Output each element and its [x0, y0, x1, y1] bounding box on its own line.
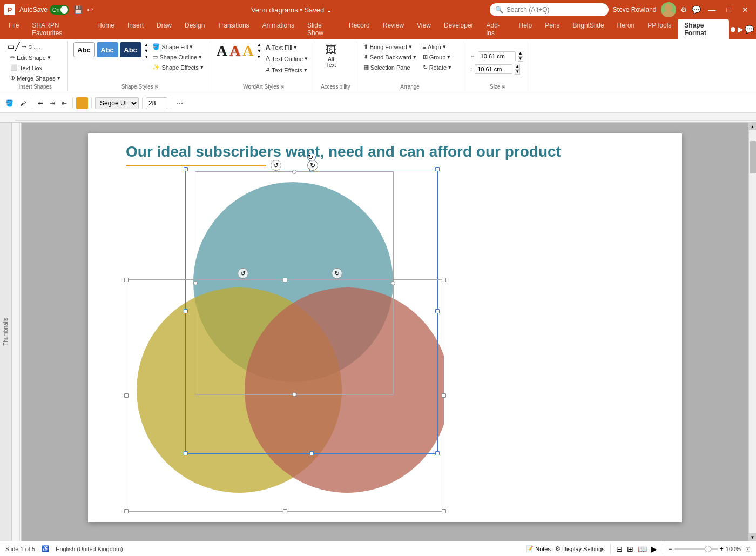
- tab-draw[interactable]: Draw: [150, 19, 178, 39]
- shape-style-2[interactable]: Abc: [97, 42, 118, 57]
- selection-pane-button[interactable]: ▦ Selection Pane: [361, 63, 419, 72]
- paint-bucket-btn[interactable]: 🪣: [3, 98, 16, 108]
- tab-view[interactable]: View: [410, 19, 437, 39]
- shape-styles-down[interactable]: ▼: [144, 48, 149, 53]
- shape-fill-button[interactable]: 🪣 Shape Fill ▾: [150, 42, 206, 51]
- outdent-btn[interactable]: ⇤: [59, 98, 69, 108]
- height-input[interactable]: [475, 64, 512, 74]
- height-up[interactable]: ▲: [515, 64, 520, 69]
- rotate-button[interactable]: ↻ Rotate ▾: [420, 63, 460, 72]
- size-dialog-launcher[interactable]: ⎘: [502, 84, 505, 90]
- tab-help[interactable]: Help: [512, 19, 539, 39]
- shape-effects-button[interactable]: ✨ Shape Effects ▾: [150, 63, 206, 72]
- undo-icon[interactable]: ↩: [87, 5, 93, 14]
- edit-shape-button[interactable]: ✏ Edit Shape ▾: [8, 53, 63, 62]
- color-picker[interactable]: [76, 97, 88, 109]
- close-button[interactable]: ✕: [739, 4, 752, 15]
- normal-view-btn[interactable]: ⊟: [616, 545, 623, 553]
- maximize-button[interactable]: □: [724, 4, 734, 15]
- shapes-more[interactable]: …: [33, 42, 40, 51]
- tab-addins[interactable]: Add-ins: [480, 19, 512, 39]
- width-up[interactable]: ▲: [518, 51, 523, 56]
- shape-style-3[interactable]: Abc: [120, 42, 141, 57]
- minimize-button[interactable]: —: [705, 4, 719, 15]
- file-save-icon[interactable]: 💾: [73, 5, 83, 14]
- tab-insert[interactable]: Insert: [121, 19, 150, 39]
- tab-brightslide[interactable]: BrightSlide: [566, 19, 611, 39]
- notes-button[interactable]: 📝 Notes: [526, 545, 551, 552]
- align-left-btn[interactable]: ⬅: [36, 98, 45, 108]
- arrow-icon[interactable]: →: [20, 42, 28, 51]
- tab-file[interactable]: File: [2, 19, 25, 39]
- tab-home[interactable]: Home: [91, 19, 121, 39]
- wordart-dialog-launcher[interactable]: ⎘: [281, 84, 284, 90]
- bring-forward-button[interactable]: ⬆ Bring Forward ▾: [361, 42, 419, 51]
- circle-bottom-right[interactable]: [245, 287, 444, 493]
- width-down[interactable]: ▼: [518, 56, 523, 62]
- text-outline-button[interactable]: A Text Outline ▾: [262, 53, 310, 64]
- send-backward-button[interactable]: ⬇ Send Backward ▾: [361, 52, 419, 62]
- wordart-a1[interactable]: A: [217, 42, 227, 59]
- record-btn[interactable]: ⏺: [729, 25, 737, 34]
- tab-shape-format[interactable]: Shape Format: [678, 19, 729, 39]
- height-down[interactable]: ▼: [515, 69, 520, 75]
- autosave-toggle[interactable]: On: [50, 5, 69, 15]
- tab-design[interactable]: Design: [178, 19, 211, 39]
- thumbnails-panel[interactable]: Thumbnails: [0, 123, 12, 541]
- tab-developer[interactable]: Developer: [437, 19, 480, 39]
- shape-style-1[interactable]: Abc: [73, 42, 95, 57]
- more-format-btn[interactable]: ⋯: [174, 98, 185, 108]
- shape-styles-up[interactable]: ▲: [144, 42, 149, 48]
- chat-icon[interactable]: 💬: [692, 5, 701, 14]
- rect-icon[interactable]: ▭: [8, 42, 15, 51]
- group-button[interactable]: ⊞ Group ▾: [420, 52, 460, 62]
- slideshow-btn[interactable]: ▶: [651, 545, 657, 553]
- accessibility-check-icon[interactable]: ♿: [42, 545, 49, 552]
- zoom-slider[interactable]: [674, 548, 718, 550]
- wordart-a3[interactable]: A: [242, 42, 253, 59]
- indent-btn[interactable]: ⇥: [48, 98, 57, 108]
- tab-animations[interactable]: Animations: [256, 19, 301, 39]
- tab-transitions[interactable]: Transitions: [211, 19, 255, 39]
- scrollbar-v[interactable]: ▲ ▼: [748, 123, 756, 541]
- reading-view-btn[interactable]: 📖: [638, 545, 647, 553]
- language[interactable]: English (United Kingdom): [56, 546, 123, 552]
- search-box[interactable]: 🔍: [490, 3, 609, 16]
- wordart-up[interactable]: ▲: [256, 42, 261, 48]
- paintbrush-btn[interactable]: 🖌: [18, 98, 29, 108]
- zoom-level[interactable]: 100%: [726, 546, 741, 552]
- font-family-select[interactable]: Segoe UI: [95, 97, 139, 109]
- shape-outline-button[interactable]: ▭ Shape Outline ▾: [150, 52, 206, 62]
- tab-pptools[interactable]: PPTools: [641, 19, 678, 39]
- tab-slideshow[interactable]: Slide Show: [301, 19, 342, 39]
- wordart-a2[interactable]: A: [230, 42, 240, 59]
- present-btn[interactable]: ▶: [738, 25, 744, 34]
- align-button[interactable]: ≡ Align ▾: [420, 42, 460, 51]
- share-btn[interactable]: 💬: [745, 25, 754, 34]
- scroll-down[interactable]: ▼: [749, 533, 756, 541]
- slide-title[interactable]: Our ideal subscribers want, need and can…: [126, 143, 655, 160]
- slide-container[interactable]: Our ideal subscribers want, need and can…: [22, 123, 748, 541]
- zoom-out-btn[interactable]: −: [669, 545, 672, 553]
- slide[interactable]: Our ideal subscribers want, need and can…: [88, 133, 682, 522]
- dropdown-arrow[interactable]: ⌄: [326, 6, 332, 14]
- user-avatar[interactable]: [661, 2, 676, 17]
- font-size-input[interactable]: [146, 97, 167, 109]
- search-input[interactable]: [507, 6, 582, 14]
- merge-shapes-button[interactable]: ⊕ Merge Shapes ▾: [8, 73, 63, 83]
- settings-icon[interactable]: ⚙: [680, 5, 687, 14]
- alt-text-button[interactable]: 🖼 Alt Text: [321, 42, 341, 70]
- scroll-up[interactable]: ▲: [749, 123, 756, 130]
- display-settings-button[interactable]: ⚙ Display Settings: [555, 545, 605, 552]
- text-effects-button[interactable]: A Text Effects ▾: [262, 65, 310, 75]
- wordart-more[interactable]: ▾: [256, 54, 261, 59]
- wordart-down[interactable]: ▼: [256, 48, 261, 53]
- slide-sorter-btn[interactable]: ⊞: [627, 545, 633, 553]
- width-input[interactable]: [478, 51, 516, 61]
- tab-sharpn[interactable]: SHARPN Favourites: [25, 19, 91, 39]
- tab-record[interactable]: Record: [342, 19, 376, 39]
- tab-pens[interactable]: Pens: [538, 19, 566, 39]
- shape-styles-more[interactable]: ▾: [144, 54, 149, 59]
- circle-icon[interactable]: ○: [28, 42, 32, 51]
- line-icon[interactable]: ╱: [15, 42, 19, 51]
